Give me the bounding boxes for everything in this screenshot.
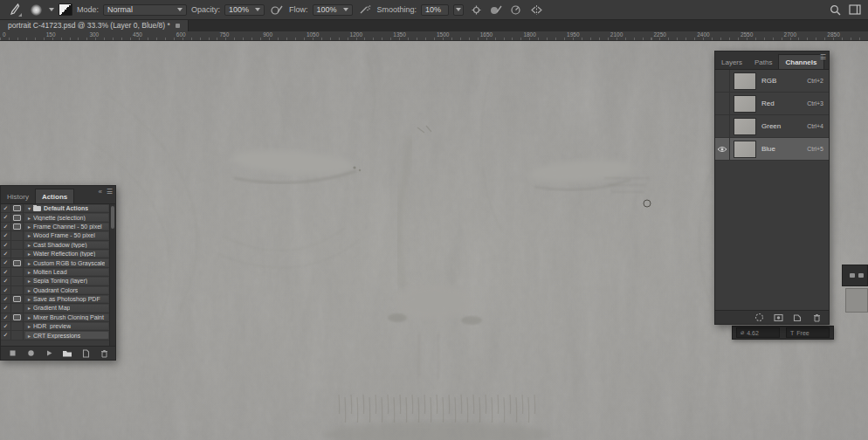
action-toggle-checkbox[interactable]: ✓	[1, 322, 11, 330]
record-button[interactable]	[25, 348, 36, 359]
action-row-body[interactable]: ▸Custom RGB to Grayscale	[25, 259, 108, 265]
dialog-toggle-cell[interactable]	[11, 204, 24, 212]
dialog-toggle-cell[interactable]	[11, 277, 24, 285]
dock-icon[interactable]	[850, 273, 855, 278]
brush-angle-button[interactable]	[508, 3, 524, 17]
save-selection-button[interactable]	[773, 313, 783, 323]
action-row-body[interactable]: ▸Mixer Brush Cloning Paint Setup	[25, 314, 108, 320]
action-row-body[interactable]: ▸Water Reflection (type)	[25, 251, 108, 257]
action-row-body[interactable]: ▸Vignette (selection)	[25, 214, 108, 220]
mode-dropdown[interactable]: Normal	[103, 4, 187, 16]
dialog-toggle-cell[interactable]	[11, 223, 24, 230]
smoothing-dropdown-button[interactable]	[453, 4, 464, 16]
action-row-body[interactable]: ▸CRT Expressions	[25, 332, 108, 338]
action-set-row[interactable]: ✓▾Default Actions	[1, 204, 110, 213]
expand-arrow-icon[interactable]: ▸	[28, 314, 31, 320]
visibility-toggle[interactable]	[715, 138, 730, 160]
tab-actions[interactable]: Actions	[35, 189, 74, 203]
tab-history[interactable]: History	[1, 189, 35, 203]
action-row[interactable]: ✓▸CRT Expressions	[1, 331, 110, 340]
airbrush-button[interactable]	[357, 3, 373, 17]
dialog-toggle-cell[interactable]	[11, 268, 24, 276]
dialog-toggle-cell[interactable]	[11, 286, 24, 294]
collapse-panel-icon[interactable]: «	[98, 189, 101, 196]
collapsed-panel-block[interactable]	[845, 288, 868, 313]
action-row-body[interactable]: ▸HDR_preview	[25, 323, 108, 329]
flow-dropdown[interactable]: 100%	[313, 4, 353, 16]
document-tab[interactable]: portrait C-41723.psd @ 33.3% (Layer 0, B…	[0, 19, 189, 31]
dialog-toggle-cell[interactable]	[11, 331, 24, 339]
action-row[interactable]: ✓▸Wood Frame - 50 pixel	[1, 231, 110, 240]
action-row-body[interactable]: ▸Gradient Map	[25, 305, 108, 311]
action-row[interactable]: ✓▸Water Reflection (type)	[1, 250, 110, 258]
mini-panel-field[interactable]: TFree	[786, 327, 830, 338]
collapsed-dock-strip[interactable]	[842, 265, 868, 286]
play-button[interactable]	[44, 348, 54, 359]
symmetry-button[interactable]	[528, 3, 544, 17]
brush-tool-button[interactable]	[5, 2, 23, 17]
tab-layers[interactable]: Layers	[715, 55, 748, 69]
workspace-switcher-button[interactable]	[847, 3, 863, 17]
collapse-arrow-icon[interactable]: ▾	[28, 205, 31, 211]
delete-button[interactable]	[99, 348, 109, 359]
dialog-toggle-cell[interactable]	[11, 213, 24, 221]
actions-scrollbar[interactable]	[109, 204, 115, 346]
action-row-body[interactable]: ▸Frame Channel - 50 pixel	[25, 223, 108, 230]
new-channel-button[interactable]	[792, 313, 803, 323]
visibility-toggle[interactable]	[715, 115, 730, 137]
dialog-toggle-cell[interactable]	[11, 322, 24, 330]
new-action-button[interactable]	[80, 348, 91, 359]
opacity-dropdown[interactable]: 100%	[224, 4, 265, 16]
action-row-body[interactable]: ▸Cast Shadow (type)	[25, 242, 108, 248]
action-row[interactable]: ✓▸Quadrant Colors	[1, 286, 110, 295]
action-row[interactable]: ✓▸Gradient Map	[1, 304, 110, 313]
action-toggle-checkbox[interactable]: ✓	[1, 250, 11, 258]
channel-row[interactable]: BlueCtrl+5	[715, 138, 829, 161]
brush-preset-caret[interactable]	[49, 8, 54, 11]
tab-paths[interactable]: Paths	[748, 55, 778, 69]
new-set-button[interactable]	[62, 348, 72, 359]
expand-arrow-icon[interactable]: ▸	[28, 215, 31, 221]
panel-menu-icon[interactable]: ☰	[820, 54, 826, 61]
horizontal-ruler[interactable]: 0150300450600750900105012001350150016501…	[0, 31, 868, 41]
expand-arrow-icon[interactable]: ▸	[28, 269, 31, 275]
mini-panel-field[interactable]: ⌀4.62	[736, 327, 780, 338]
expand-arrow-icon[interactable]: ▸	[28, 278, 31, 284]
dialog-toggle-cell[interactable]	[11, 304, 24, 312]
expand-arrow-icon[interactable]: ▸	[28, 287, 31, 293]
brush-preset-picker[interactable]	[27, 2, 45, 17]
expand-arrow-icon[interactable]: ▸	[28, 260, 31, 266]
expand-arrow-icon[interactable]: ▸	[28, 242, 31, 248]
channel-row[interactable]: GreenCtrl+4	[715, 115, 829, 138]
visibility-toggle[interactable]	[715, 93, 730, 114]
pressure-size-button[interactable]	[488, 3, 504, 17]
action-toggle-checkbox[interactable]: ✓	[1, 304, 11, 312]
search-button[interactable]	[827, 3, 843, 17]
dialog-toggle-cell[interactable]	[11, 313, 24, 321]
action-toggle-checkbox[interactable]: ✓	[1, 231, 11, 239]
tab-channels[interactable]: Channels	[778, 54, 823, 69]
dock-icon[interactable]	[858, 273, 864, 278]
smoothing-field[interactable]: 10%	[421, 4, 449, 16]
expand-arrow-icon[interactable]: ▸	[28, 305, 31, 311]
action-row-body[interactable]: ▸Sepia Toning (layer)	[25, 278, 108, 284]
action-row[interactable]: ✓▸Cast Shadow (type)	[1, 241, 110, 250]
action-toggle-checkbox[interactable]: ✓	[1, 204, 11, 212]
action-row-body[interactable]: ▾Default Actions	[25, 205, 108, 211]
action-toggle-checkbox[interactable]: ✓	[1, 241, 11, 249]
expand-arrow-icon[interactable]: ▸	[28, 232, 31, 238]
expand-arrow-icon[interactable]: ▸	[28, 296, 31, 302]
action-row[interactable]: ✓▸Vignette (selection)	[1, 213, 110, 222]
action-toggle-checkbox[interactable]: ✓	[1, 277, 11, 285]
action-toggle-checkbox[interactable]: ✓	[1, 286, 11, 294]
channel-row[interactable]: RedCtrl+3	[715, 93, 829, 115]
panel-menu-icon[interactable]: ☰	[107, 189, 113, 196]
close-tab-icon[interactable]	[176, 24, 180, 28]
action-toggle-checkbox[interactable]: ✓	[1, 295, 11, 303]
action-row[interactable]: ✓▸Frame Channel - 50 pixel	[1, 223, 110, 231]
dialog-toggle-cell[interactable]	[11, 258, 24, 266]
stop-button[interactable]	[7, 348, 17, 359]
action-row-body[interactable]: ▸Quadrant Colors	[25, 287, 108, 293]
visibility-toggle[interactable]	[715, 70, 730, 92]
action-row[interactable]: ✓▸Mixer Brush Cloning Paint Setup	[1, 313, 110, 322]
